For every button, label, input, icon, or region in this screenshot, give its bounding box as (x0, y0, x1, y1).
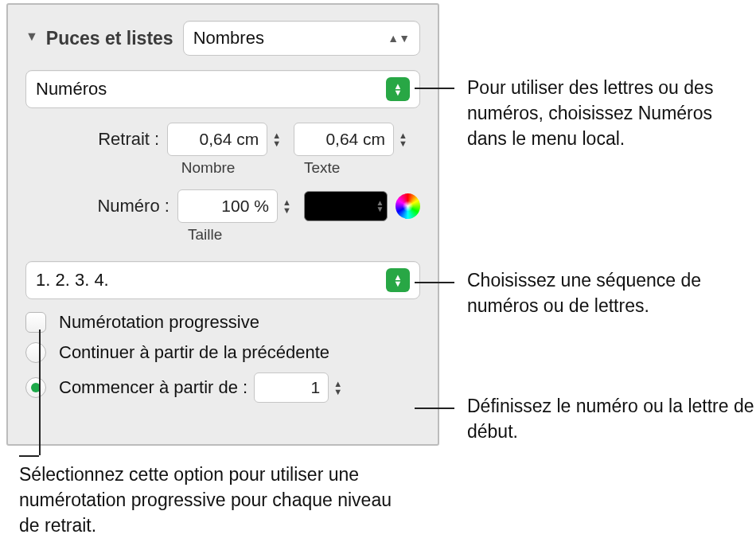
list-type-select[interactable]: Nombres (183, 21, 420, 56)
sequence-select[interactable]: 1. 2. 3. 4. (25, 261, 420, 299)
continue-radio[interactable] (25, 342, 46, 363)
continue-row: Continuer à partir de la précédente (25, 342, 420, 363)
stepper-arrows-icon[interactable]: ▲▼ (272, 131, 281, 147)
stepper-arrows-icon[interactable]: ▲▼ (283, 198, 291, 214)
text-indent-input[interactable] (294, 123, 394, 156)
chevron-updown-icon (386, 268, 410, 292)
callout-line (415, 282, 454, 283)
number-indent-input[interactable] (167, 123, 267, 156)
color-wheel-icon[interactable] (396, 193, 420, 219)
bullets-lists-panel: ▼ Puces et listes Nombres Numéros Retrai… (6, 3, 439, 446)
sequence-row: 1. 2. 3. 4. (25, 261, 420, 299)
number-style-select[interactable]: Numéros (25, 70, 420, 108)
number-indent-stepper[interactable]: ▲▼ (167, 123, 281, 156)
callout-sequence: Choisissez une séquence de numéros ou de… (467, 267, 754, 318)
stepper-arrows-icon[interactable]: ▲▼ (333, 380, 342, 396)
color-swatch[interactable]: ▲▼ (304, 191, 388, 221)
retrait-label: Retrait : (78, 129, 167, 150)
callout-line (415, 88, 454, 89)
indent-block: Retrait : ▲▼ ▲▼ Nombre Texte Numéro : ▲▼… (78, 123, 420, 244)
chevron-updown-icon: ▲▼ (376, 200, 384, 213)
numero-label: Numéro : (78, 196, 177, 216)
callout-progressive: Sélectionnez cette option pour utiliser … (19, 462, 401, 539)
start-from-row: Commencer à partir de : ▲▼ (25, 372, 420, 403)
size-input[interactable] (177, 189, 278, 223)
start-from-label: Commencer à partir de : (59, 377, 247, 398)
section-header-row: ▼ Puces et listes Nombres (25, 21, 420, 56)
numbering-radio-group: Continuer à partir de la précédente Comm… (25, 342, 420, 403)
chevron-updown-icon (386, 77, 410, 101)
size-sublabel-row: Taille (78, 226, 420, 244)
section-title: Puces et listes (46, 28, 173, 49)
progressive-row: Numérotation progressive (25, 312, 420, 333)
list-type-value: Nombres (193, 28, 264, 49)
chevron-updown-icon (388, 35, 410, 41)
callout-start: Définissez le numéro ou la lettre de déb… (467, 393, 756, 444)
size-stepper[interactable]: ▲▼ (177, 189, 291, 223)
retrait-row: Retrait : ▲▼ ▲▼ (78, 123, 420, 156)
sequence-value: 1. 2. 3. 4. (36, 270, 109, 291)
number-style-row: Numéros (25, 70, 420, 108)
size-sublabel: Taille (181, 226, 312, 244)
callout-line (39, 330, 41, 455)
stepper-arrows-icon[interactable]: ▲▼ (399, 131, 407, 147)
continue-label: Continuer à partir de la précédente (59, 342, 329, 363)
callout-line (415, 408, 454, 409)
text-indent-stepper[interactable]: ▲▼ (294, 123, 407, 156)
progressive-label: Numérotation progressive (59, 312, 259, 333)
callout-line (19, 455, 39, 457)
text-sublabel: Texte (298, 159, 420, 177)
retrait-sublabels: Nombre Texte (78, 159, 420, 177)
disclosure-triangle-icon[interactable]: ▼ (25, 29, 38, 44)
start-from-radio[interactable] (25, 377, 46, 398)
number-style-value: Numéros (36, 79, 107, 99)
numero-row: Numéro : ▲▼ ▲▼ (78, 189, 420, 223)
progressive-checkbox[interactable] (25, 312, 46, 333)
start-from-input[interactable] (254, 372, 329, 403)
number-sublabel: Nombre (175, 159, 298, 177)
callout-numbers: Pour utiliser des lettres ou des numéros… (467, 75, 756, 152)
